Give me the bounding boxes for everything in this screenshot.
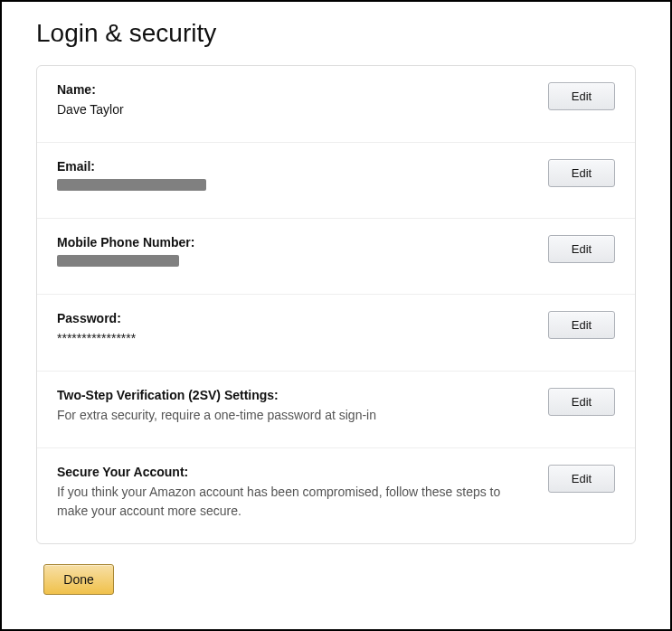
email-value-redacted (57, 179, 206, 191)
secure-desc: If you think your Amazon account has bee… (57, 483, 532, 520)
row-name: Name: Dave Taylor Edit (37, 66, 635, 143)
edit-two-step-button[interactable]: Edit (548, 388, 615, 416)
edit-password-button[interactable]: Edit (548, 311, 615, 339)
two-step-desc: For extra security, require a one-time p… (57, 406, 532, 424)
edit-name-button[interactable]: Edit (548, 82, 615, 110)
row-password: Password: **************** Edit (37, 295, 635, 372)
done-button[interactable]: Done (43, 564, 114, 595)
phone-label: Mobile Phone Number: (57, 235, 532, 250)
page-title: Login & security (36, 18, 636, 49)
email-label: Email: (57, 159, 532, 174)
settings-card: Name: Dave Taylor Edit Email: Edit Mobil… (36, 65, 636, 544)
two-step-label: Two-Step Verification (2SV) Settings: (57, 388, 532, 402)
row-secure-account: Secure Your Account: If you think your A… (37, 448, 635, 543)
row-secure-content: Secure Your Account: If you think your A… (57, 465, 548, 520)
row-phone-content: Mobile Phone Number: (57, 235, 548, 270)
edit-email-button[interactable]: Edit (548, 159, 615, 187)
edit-secure-button[interactable]: Edit (548, 465, 615, 493)
row-email: Email: Edit (37, 143, 635, 219)
row-password-content: Password: **************** (57, 311, 548, 347)
edit-phone-button[interactable]: Edit (548, 235, 615, 263)
row-email-content: Email: (57, 159, 548, 194)
secure-label: Secure Your Account: (57, 465, 532, 479)
password-value: **************** (57, 329, 532, 347)
name-label: Name: (57, 82, 532, 97)
row-two-step-content: Two-Step Verification (2SV) Settings: Fo… (57, 388, 548, 424)
login-security-page: Login & security Name: Dave Taylor Edit … (0, 0, 672, 631)
password-label: Password: (57, 311, 532, 325)
phone-value-redacted (57, 255, 179, 267)
row-name-content: Name: Dave Taylor (57, 82, 548, 118)
row-two-step: Two-Step Verification (2SV) Settings: Fo… (37, 372, 635, 448)
name-value: Dave Taylor (57, 100, 532, 118)
row-phone: Mobile Phone Number: Edit (37, 219, 635, 295)
